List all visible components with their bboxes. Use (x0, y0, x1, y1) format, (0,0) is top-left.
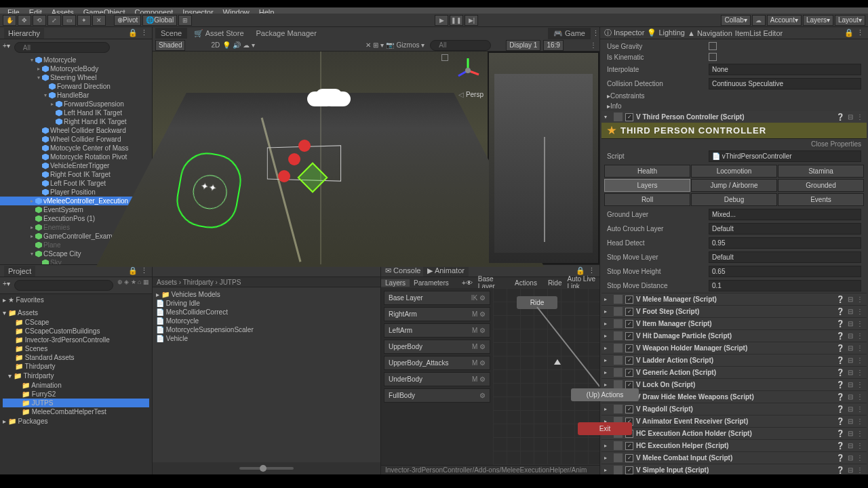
menu-assets[interactable]: Assets (47, 7, 79, 14)
folder-item[interactable]: 📁 CScape (3, 318, 149, 327)
comp-enabled[interactable]: ✓ (625, 466, 633, 474)
thirdparty-folder[interactable]: ▾ 📁 Thirdparty (1, 371, 151, 380)
scene-tool-icon[interactable] (441, 54, 448, 61)
rotate-tool[interactable]: ⟲ (33, 15, 46, 26)
game-tab[interactable]: 🎮 Game (548, 28, 591, 39)
inspector-lock-icon[interactable]: 🔒 (844, 28, 854, 37)
help-icon[interactable]: ❔ (836, 308, 845, 315)
tab-grounded[interactable]: Grounded (778, 179, 864, 192)
hierarchy-lock-icon[interactable]: 🔒 (128, 28, 138, 37)
scale-tool[interactable]: ⤢ (47, 15, 61, 26)
hierarchy-menu-icon[interactable]: ⋮ (140, 28, 148, 37)
preset-icon[interactable]: ⊟ (848, 344, 854, 352)
help-icon[interactable]: ❔ (836, 369, 845, 376)
preset-icon[interactable]: ⊟ (848, 454, 854, 462)
global-toggle[interactable]: 🌐 Global (142, 15, 177, 26)
help-icon[interactable]: ❔ (836, 357, 845, 364)
tab-health[interactable]: Health (604, 165, 690, 178)
hierarchy-item[interactable]: Player Position (0, 188, 152, 197)
thumb-slider[interactable] (239, 467, 294, 470)
hierarchy-item[interactable]: Motorcycle Rotation Pivot (0, 152, 152, 161)
game-view[interactable] (488, 52, 599, 264)
tab-jump[interactable]: Jump / Airborne (691, 179, 777, 192)
tpc-script-field[interactable]: 📄 vThirdPersonController (709, 150, 861, 162)
scene-view[interactable]: ✦✦ ◁ Persp (153, 52, 488, 264)
comp-header[interactable]: V Foot Step (Script) (636, 308, 833, 315)
collision-drop[interactable]: Continuous Speculative (709, 78, 861, 89)
folder-item[interactable]: 📁 MeleeCombatHelperTest (3, 407, 149, 416)
anim-params-tab[interactable]: Parameters (410, 279, 453, 287)
comp-menu-icon[interactable]: ⋮ (856, 369, 864, 376)
comp-enabled[interactable]: ✓ (625, 332, 633, 340)
comp-header[interactable]: HC Execution Helper (Script) (636, 442, 833, 449)
hierarchy-item[interactable]: ▾HandleBar (0, 91, 152, 100)
folder-item[interactable]: 📁 Scenes (3, 344, 149, 353)
tab-events[interactable]: Events (778, 193, 864, 206)
state-exit[interactable]: Exit (578, 422, 632, 435)
aspect-drop[interactable]: 16:9 (543, 40, 563, 51)
play-button[interactable]: ▶ (435, 15, 448, 26)
interpolate-drop[interactable]: None (709, 64, 861, 75)
comp-header[interactable]: V Weapon Holder Manager (Script) (636, 344, 833, 352)
comp-enabled[interactable]: ✓ (625, 308, 633, 316)
comp-header[interactable]: V Hit Damage Particle (Script) (636, 332, 833, 340)
preset-icon[interactable]: ⊟ (848, 113, 854, 121)
tab-debug[interactable]: Debug (691, 193, 777, 206)
animator-layer[interactable]: UnderBodyM ⚙ (384, 372, 490, 386)
help-icon[interactable]: ❔ (836, 442, 845, 449)
comp-header[interactable]: V Melee Manager (Script) (636, 296, 833, 303)
project-lock-icon[interactable]: 🔒 (128, 266, 138, 275)
favorites-folder[interactable]: ▸ ★ Favorites (1, 296, 151, 304)
gizmos-drop[interactable]: Gizmos ▾ (397, 41, 425, 49)
rect-tool[interactable]: ▭ (62, 15, 76, 26)
step-button[interactable]: ▶| (465, 15, 478, 26)
hierarchy-item[interactable]: VehicleEnterTrigger (0, 161, 152, 170)
hierarchy-item[interactable]: ▸MotorcycleBody (0, 64, 152, 73)
scene-search[interactable] (430, 40, 491, 51)
tab-roll[interactable]: Roll (604, 193, 690, 206)
itemlist-tab[interactable]: ItemList Editor (735, 29, 783, 37)
hierarchy-tab[interactable]: Hierarchy (4, 28, 44, 39)
comp-header[interactable]: V Lock On (Script) (636, 381, 833, 388)
comp-header[interactable]: V Generic Action (Script) (636, 369, 833, 376)
transform-tool[interactable]: ✦ (77, 15, 91, 26)
anim-layers-tab[interactable]: Layers (381, 279, 410, 287)
comp-header[interactable]: V Draw Hide Melee Weapons (Script) (636, 393, 833, 401)
comp-menu-icon[interactable]: ⋮ (856, 113, 864, 121)
help-icon[interactable]: ❔ (836, 344, 845, 352)
inspector-tab[interactable]: ⓘ Inspector (604, 28, 644, 38)
collab-drop[interactable]: Collab ▾ (721, 15, 750, 26)
account-drop[interactable]: Account ▾ (767, 15, 802, 26)
file-item[interactable]: 📄 MeshColliderCorrect (155, 308, 378, 317)
stop-layer-drop[interactable]: Default (709, 251, 861, 263)
project-search[interactable] (14, 280, 113, 291)
menu-window[interactable]: Window (218, 7, 254, 14)
folder-item[interactable]: 📁 Standard Assets (3, 353, 149, 362)
preset-icon[interactable]: ⊟ (848, 442, 854, 449)
help-icon[interactable]: ❔ (836, 454, 845, 462)
assetstore-tab[interactable]: 🛒 Asset Store (189, 28, 249, 39)
comp-menu-icon[interactable]: ⋮ (856, 442, 864, 449)
preset-icon[interactable]: ⊟ (848, 296, 854, 303)
comp-header[interactable]: V Ladder Action (Script) (636, 357, 833, 364)
stop-dist-field[interactable]: 0.1 (709, 280, 861, 291)
layers-drop[interactable]: Layers ▾ (803, 15, 833, 26)
menu-component[interactable]: Component (130, 7, 178, 14)
menu-gameobject[interactable]: GameObject (79, 7, 130, 14)
hierarchy-item[interactable]: Right Hand IK Target (0, 117, 152, 126)
folder-item[interactable]: 📁 Animation (3, 381, 149, 390)
close-props[interactable]: Close Properties (601, 139, 867, 149)
snap-toggle[interactable]: ⊞ (178, 15, 192, 26)
ground-layer-drop[interactable]: Mixed... (709, 209, 861, 220)
comp-menu-icon[interactable]: ⋮ (856, 320, 864, 327)
hierarchy-item[interactable]: Right Foot IK Target (0, 170, 152, 179)
stop-height-field[interactable]: 0.65 (709, 266, 861, 277)
comp-header[interactable]: HC Execution Action Holder (Script) (636, 430, 833, 437)
comp-enabled[interactable]: ✓ (625, 344, 633, 352)
pause-button[interactable]: ❚❚ (450, 15, 463, 26)
hierarchy-item[interactable]: ▾Motorcycle (0, 56, 152, 64)
file-item[interactable]: 📄 Motorcycle (155, 317, 378, 325)
animator-layer[interactable]: LeftArmM ⚙ (384, 323, 490, 338)
hierarchy-item[interactable]: ▾Steering Wheel (0, 73, 152, 82)
cloud-button[interactable]: ☁ (752, 15, 766, 26)
